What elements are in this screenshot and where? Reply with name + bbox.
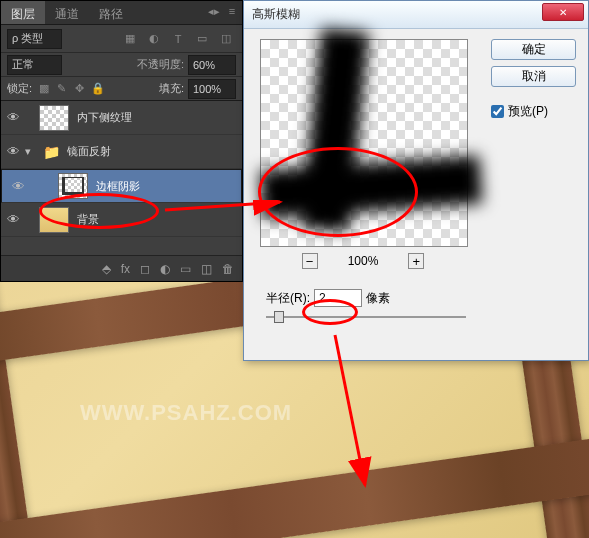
zoom-out-button[interactable]: − (302, 253, 318, 269)
tab-channels[interactable]: 通道 (45, 1, 89, 24)
layer-thumb[interactable] (58, 173, 88, 199)
new-layer-icon[interactable]: ◫ (201, 262, 212, 276)
layer-row[interactable]: 👁 内下侧纹理 (1, 101, 242, 135)
layer-name: 内下侧纹理 (77, 110, 132, 125)
layers-panel: 图层 通道 路径 ◂▸ ≡ ρ 类型 ▦ ◐ T ▭ ◫ 正常 不透明度: 60… (0, 0, 243, 282)
radius-slider[interactable] (266, 313, 466, 321)
radius-label: 半径(R): (266, 290, 310, 307)
folder-icon: 📁 (43, 144, 67, 160)
visibility-icon[interactable]: 👁 (6, 179, 30, 194)
delete-layer-icon[interactable]: 🗑 (222, 262, 234, 276)
layer-thumb[interactable] (39, 207, 69, 233)
layer-row-selected[interactable]: 👁 边框阴影 (1, 169, 242, 203)
filter-shape-icon[interactable]: ▭ (192, 29, 212, 49)
cancel-button[interactable]: 取消 (491, 66, 576, 87)
opacity-label: 不透明度: (137, 57, 184, 72)
lock-paint-icon[interactable]: ✎ (54, 81, 69, 96)
link-layers-icon[interactable]: ⬘ (102, 262, 111, 276)
slider-handle[interactable] (274, 311, 284, 323)
filter-icons: ▦ ◐ T ▭ ◫ (120, 29, 236, 49)
lock-label: 锁定: (7, 81, 32, 96)
panel-menu-icon[interactable]: ≡ (224, 3, 240, 19)
ok-button[interactable]: 确定 (491, 39, 576, 60)
preview-checkbox-label: 预览(P) (508, 103, 548, 120)
visibility-icon[interactable]: 👁 (1, 110, 25, 125)
blur-preview[interactable] (260, 39, 468, 247)
lock-row: 锁定: ▩ ✎ ✥ 🔒 填充: 100% (1, 77, 242, 101)
close-button[interactable]: ✕ (542, 3, 584, 21)
blend-mode-select[interactable]: 正常 (7, 55, 62, 75)
fill-value[interactable]: 100% (188, 79, 236, 99)
panel-footer: ⬘ fx ◻ ◐ ▭ ◫ 🗑 (1, 255, 242, 281)
new-group-icon[interactable]: ▭ (180, 262, 191, 276)
layer-filter-type[interactable]: ρ 类型 (7, 29, 62, 49)
dialog-side-buttons: 确定 取消 预览(P) (491, 39, 576, 120)
layer-name: 背景 (77, 212, 99, 227)
layer-name: 镜面反射 (67, 144, 111, 159)
lock-all-icon[interactable]: 🔒 (90, 81, 105, 96)
filter-pixel-icon[interactable]: ▦ (120, 29, 140, 49)
dialog-title: 高斯模糊 (244, 1, 588, 29)
lock-transparency-icon[interactable]: ▩ (36, 81, 51, 96)
panel-corner-controls: ◂▸ ≡ (206, 3, 240, 19)
adjustment-layer-icon[interactable]: ◐ (160, 262, 170, 276)
preview-checkbox-row[interactable]: 预览(P) (491, 103, 576, 120)
layer-list: 👁 内下侧纹理 👁 ▾ 📁 镜面反射 👁 边框阴影 👁 背景 (1, 101, 242, 237)
radius-row: 半径(R): 像素 (256, 289, 576, 307)
filter-smart-icon[interactable]: ◫ (216, 29, 236, 49)
fill-label: 填充: (159, 81, 184, 96)
visibility-icon[interactable]: 👁 (1, 144, 25, 159)
visibility-icon[interactable]: 👁 (1, 212, 25, 227)
tab-layers[interactable]: 图层 (1, 1, 45, 24)
layer-fx-icon[interactable]: fx (121, 262, 130, 276)
layer-group-row[interactable]: 👁 ▾ 📁 镜面反射 (1, 135, 242, 169)
tab-paths[interactable]: 路径 (89, 1, 133, 24)
layer-thumb[interactable] (39, 105, 69, 131)
filter-row: ρ 类型 ▦ ◐ T ▭ ◫ (1, 25, 242, 53)
preview-checkbox[interactable] (491, 105, 504, 118)
opacity-value[interactable]: 60% (188, 55, 236, 75)
layer-mask-icon[interactable]: ◻ (140, 262, 150, 276)
filter-adjust-icon[interactable]: ◐ (144, 29, 164, 49)
zoom-level: 100% (348, 254, 379, 268)
zoom-in-button[interactable]: + (408, 253, 424, 269)
blend-row: 正常 不透明度: 60% (1, 53, 242, 77)
zoom-controls: − 100% + (256, 253, 470, 269)
collapse-icon[interactable]: ◂▸ (206, 3, 222, 19)
watermark-text: WWW.PSAHZ.COM (80, 400, 292, 426)
gaussian-blur-dialog: 高斯模糊 ✕ − 100% + 半径(R): 像素 确定 取消 预览(P) (243, 0, 589, 361)
layer-name: 边框阴影 (96, 179, 140, 194)
layer-row[interactable]: 👁 背景 (1, 203, 242, 237)
filter-type-icon[interactable]: T (168, 29, 188, 49)
lock-position-icon[interactable]: ✥ (72, 81, 87, 96)
radius-unit: 像素 (366, 290, 390, 307)
folder-toggle-icon[interactable]: ▾ (25, 145, 43, 158)
radius-input[interactable] (314, 289, 362, 307)
